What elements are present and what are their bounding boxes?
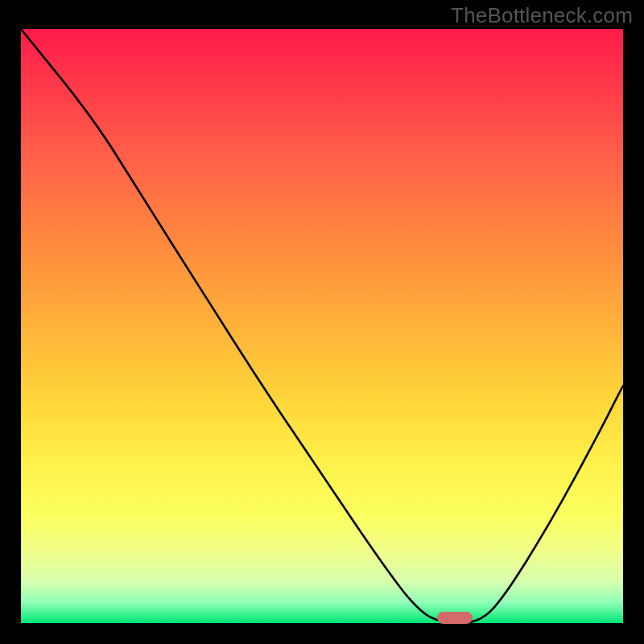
bottleneck-curve xyxy=(21,29,623,623)
optimal-marker xyxy=(437,612,473,624)
plot-area xyxy=(21,29,623,623)
watermark-text: TheBottleneck.com xyxy=(451,3,633,28)
chart-frame: TheBottleneck.com xyxy=(0,0,644,644)
